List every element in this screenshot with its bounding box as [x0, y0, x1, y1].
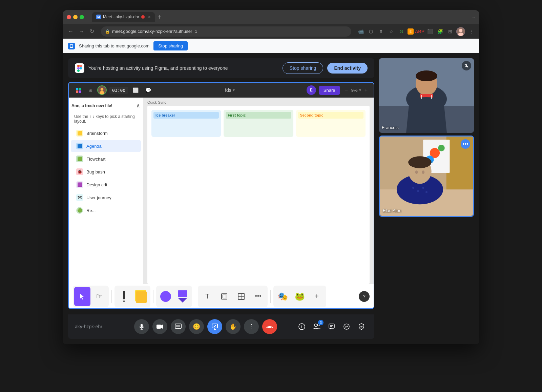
browser-stop-sharing-button[interactable]: Stop sharing	[153, 41, 188, 50]
figma-file-name: fds	[225, 87, 231, 93]
sticker-1-button[interactable]: 🎭	[275, 287, 291, 306]
tab-favicon: M	[96, 15, 101, 19]
panel-item-bugbash[interactable]: 🐞 Bug bash	[71, 166, 141, 178]
figma-left-panel: Ann, a fresh new file! ∧ Use the ↑ ↓ key…	[69, 98, 143, 284]
svg-rect-21	[123, 301, 125, 302]
tab-title: Meet - aky-hzpk-ehr	[103, 15, 139, 19]
address-bar[interactable]: 🔒 meet.google.com/aky-hzpk-ehr?authuser=…	[101, 26, 351, 37]
sharing-text: Sharing this tab to meet.google.com	[79, 43, 149, 48]
activities-icon	[343, 323, 350, 330]
figma-canvas-area: Ann, a fresh new file! ∧ Use the ↑ ↓ key…	[69, 98, 374, 284]
panel-item-bugbash-label: Bug bash	[86, 169, 105, 174]
panel-item-retro[interactable]: 🟢 Re...	[71, 204, 141, 216]
zoom-in-button[interactable]: +	[362, 86, 370, 94]
svg-point-16	[101, 88, 104, 91]
security-button[interactable]	[355, 321, 368, 333]
hand-tool-button[interactable]: ☞	[91, 287, 107, 306]
panel-item-userjourney[interactable]: 🗺 User journey	[71, 191, 141, 204]
svg-rect-8	[77, 67, 80, 69]
table-tool-button[interactable]	[233, 287, 249, 306]
window-collapse-button[interactable]: ⌄	[472, 15, 475, 19]
agenda-column-firsttopic: First topic	[224, 110, 293, 137]
retro-icon: 🟢	[76, 207, 83, 214]
bookmark-icon[interactable]: ☆	[387, 27, 395, 36]
tool-separator-2	[153, 290, 153, 303]
select-tool-button[interactable]	[74, 287, 90, 306]
end-call-button[interactable]	[262, 319, 277, 334]
cast-icon[interactable]: 📹	[357, 27, 365, 36]
traffic-light-red[interactable]	[67, 15, 71, 19]
panel-collapse-icon[interactable]: ∧	[136, 102, 140, 109]
meet-controls: 😊 ✋ ⋮	[116, 319, 296, 334]
open-tab-icon[interactable]: ⬡	[367, 27, 375, 36]
browser-tabs: M Meet - aky-hzpk-ehr × +	[92, 12, 469, 22]
mic-muted-icon	[464, 63, 469, 68]
extensions-icon[interactable]: 🧩	[436, 27, 444, 36]
present-button[interactable]	[171, 319, 186, 334]
rectangle-tool-button[interactable]	[174, 287, 191, 306]
extension-2-icon[interactable]: ABP	[416, 27, 424, 36]
reload-button[interactable]: ↻	[88, 27, 96, 36]
panel-item-brainstorm[interactable]: 🟨 Brainstorm	[71, 127, 141, 139]
panel-item-agenda[interactable]: 🟦 Agenda	[71, 140, 141, 152]
traffic-light-yellow[interactable]	[73, 15, 78, 19]
figma-bottom-toolbar: ☞	[69, 284, 374, 308]
panel-item-flowchart[interactable]: 🟩 Flowchart	[71, 153, 141, 165]
figma-toolbar-right: E Share − 9% ▾ +	[307, 85, 370, 95]
svg-point-54	[418, 83, 435, 95]
text-tool-button[interactable]: T	[199, 287, 215, 306]
share-icon[interactable]: ⬆	[377, 27, 385, 36]
figma-share-button[interactable]: Share	[319, 86, 340, 95]
elad-more-options-icon[interactable]: •••	[461, 139, 470, 149]
pen-tool-button[interactable]	[116, 287, 132, 306]
browser-content: You're hosting an activity using Figma, …	[63, 53, 479, 344]
grammarly-icon[interactable]: G	[397, 27, 405, 36]
end-activity-button[interactable]: End activity	[327, 63, 368, 74]
grid-view-icon[interactable]: ⊞	[86, 86, 95, 94]
help-button[interactable]: ?	[359, 291, 370, 302]
agenda-icon: 🟦	[76, 143, 83, 149]
shape-tools-section	[156, 286, 192, 307]
zoom-out-button[interactable]: −	[343, 86, 350, 94]
sticker-2-button[interactable]: 🐸	[292, 287, 308, 306]
more-tools-button[interactable]: •••	[250, 287, 266, 306]
column-title-icebreaker: Ice breaker	[153, 112, 219, 119]
menu-button[interactable]: ⋮	[467, 27, 475, 36]
layout-icon[interactable]: ⬜	[131, 86, 141, 94]
activity-button[interactable]	[207, 319, 222, 334]
chevron-zoom-icon[interactable]: ▾	[359, 88, 361, 92]
panel-item-designcrit[interactable]: 🟪 Design crit	[71, 179, 141, 191]
active-tab[interactable]: M Meet - aky-hzpk-ehr ×	[92, 12, 155, 22]
back-button[interactable]: ←	[67, 27, 75, 36]
camera-button[interactable]	[152, 319, 167, 334]
stickynote-tool-button[interactable]	[133, 287, 149, 306]
circle-tool-button[interactable]	[158, 287, 174, 306]
mic-button[interactable]	[134, 319, 149, 334]
people-button[interactable]: 3	[311, 321, 323, 333]
chat-button[interactable]	[326, 321, 338, 333]
frame-tool-button[interactable]	[216, 287, 232, 306]
activities-button[interactable]	[340, 321, 353, 333]
add-media-button[interactable]: +	[309, 287, 325, 306]
info-button[interactable]	[296, 321, 308, 333]
extension-1-icon[interactable]: E	[408, 28, 414, 35]
raise-hand-button[interactable]: ✋	[226, 319, 241, 334]
traffic-light-green[interactable]	[80, 15, 84, 19]
new-tab-button[interactable]: +	[158, 13, 162, 21]
forward-button[interactable]: →	[78, 27, 86, 36]
comment-icon[interactable]: 💬	[143, 86, 153, 94]
emoji-button[interactable]: 😊	[189, 319, 204, 334]
tab-close-button[interactable]: ×	[148, 14, 151, 20]
panel-item-agenda-label: Agenda	[86, 144, 102, 149]
canvas-label: Quick Sync	[147, 100, 166, 104]
lock-icon: 🔒	[105, 29, 110, 34]
profile-avatar[interactable]	[456, 27, 465, 36]
chevron-down-icon[interactable]: ▾	[233, 88, 235, 92]
svg-rect-33	[176, 325, 180, 327]
stop-sharing-meet-button[interactable]: Stop sharing	[283, 62, 324, 74]
more-options-button[interactable]: ⋮	[244, 319, 259, 334]
extension-3-icon[interactable]: ⬛	[426, 27, 434, 36]
svg-rect-19	[123, 291, 125, 298]
split-view-icon[interactable]: ⊞	[446, 27, 454, 36]
figma-menu-icon[interactable]	[73, 85, 84, 96]
